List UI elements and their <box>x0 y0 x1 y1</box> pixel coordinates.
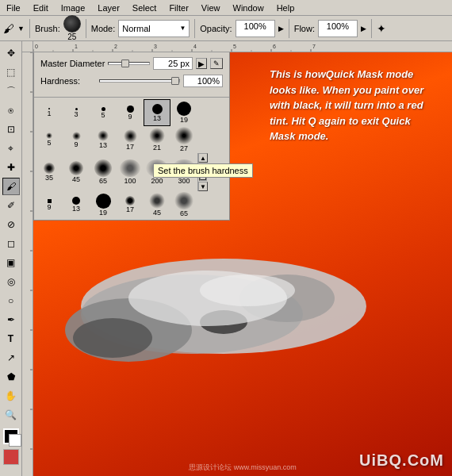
brush-cell-r17[interactable]: 17 <box>117 191 144 218</box>
airbrush-icon[interactable]: ✦ <box>377 22 386 35</box>
brush-row-4: 9 13 19 17 <box>36 191 228 218</box>
zoom-tool-btn[interactable]: 🔍 <box>2 406 20 424</box>
divider-3 <box>194 19 195 38</box>
scrollbar-down[interactable]: ▼ <box>198 182 208 191</box>
brush-cell-s27[interactable]: 27 <box>170 126 197 153</box>
mode-dropdown-arrow: ▼ <box>179 25 186 32</box>
pen-tool-btn[interactable]: ✒ <box>2 311 20 328</box>
svg-text:6: 6 <box>273 44 276 49</box>
blur-tool-btn[interactable]: ◎ <box>2 273 20 290</box>
background-color[interactable] <box>9 434 21 447</box>
brush-cell-13[interactable]: 13 <box>144 99 170 126</box>
brush-dot-s13 <box>98 130 109 141</box>
menu-window[interactable]: Window <box>227 2 270 14</box>
diameter-value[interactable]: 25 px <box>153 57 193 70</box>
brush-size-number: 25 <box>67 33 76 41</box>
brush-cell-r45[interactable]: 45 <box>144 191 170 218</box>
brush-cell-m45[interactable]: 45 <box>63 159 90 186</box>
image-canvas: Master Diameter 25 px ▶ ✎ Hardness: <box>33 52 452 476</box>
menu-file[interactable]: File <box>0 2 27 14</box>
path-tool-btn[interactable]: ↗ <box>2 349 20 367</box>
brush-num-r13: 13 <box>72 205 80 213</box>
shape-tool-btn[interactable]: ⬟ <box>2 368 20 386</box>
brush-num-s5: 5 <box>47 139 51 147</box>
eraser-tool-btn[interactable]: ◻ <box>2 235 20 252</box>
flow-arrow[interactable]: ▶ <box>361 25 366 33</box>
diameter-slider-thumb[interactable] <box>121 60 129 67</box>
watermark-sub: 思源设计论坛 www.missyuan.com <box>189 463 297 473</box>
menu-view[interactable]: View <box>195 2 227 14</box>
brush-cell-5[interactable]: 5 <box>90 99 117 126</box>
watermark: UiBQ.CoM <box>359 451 444 470</box>
eyedropper-tool-btn[interactable]: ⌖ <box>2 140 20 157</box>
menu-image[interactable]: Image <box>55 2 92 14</box>
diameter-slider[interactable] <box>108 62 150 65</box>
brush-cell-s5[interactable]: 5 <box>36 126 63 153</box>
quick-mask-text-box: This is howQuick Mask mode looks like. W… <box>262 60 444 151</box>
diameter-arrow-btn[interactable]: ▶ <box>196 58 207 69</box>
menu-filter[interactable]: Filter <box>163 2 194 14</box>
text-tool-btn[interactable]: T <box>2 330 20 347</box>
brush-cell-m35[interactable]: 35 <box>36 159 63 186</box>
brush-dot-s17 <box>124 129 137 143</box>
opacity-label: Opacity: <box>200 24 232 33</box>
brush-cell-3[interactable]: 3 <box>63 99 90 126</box>
clone-tool-btn[interactable]: ✐ <box>2 197 20 214</box>
mode-dropdown[interactable]: Normal ▼ <box>118 20 190 37</box>
crop-tool-btn[interactable]: ⊡ <box>2 121 20 138</box>
mode-label: Mode: <box>91 24 116 33</box>
brush-num-m35: 35 <box>45 174 53 182</box>
brush-cell-m100[interactable]: 100 <box>117 159 144 186</box>
lasso-tool-btn[interactable]: ⌒ <box>2 83 20 100</box>
brush-cell-r19[interactable]: 19 <box>90 191 117 218</box>
menu-edit[interactable]: Edit <box>27 2 55 14</box>
brush-dot-r13 <box>72 197 80 205</box>
menu-layer[interactable]: Layer <box>91 2 126 14</box>
brush-cell-9[interactable]: 9 <box>117 99 144 126</box>
brush-tool-btn[interactable]: 🖌 <box>2 178 20 195</box>
master-diameter-row: Master Diameter 25 px ▶ ✎ <box>40 57 223 70</box>
heal-tool-btn[interactable]: ✚ <box>2 159 20 176</box>
history-tool-btn[interactable]: ⊘ <box>2 216 20 233</box>
brush-cell-r65[interactable]: 65 <box>170 191 197 218</box>
flow-input[interactable]: 100% <box>318 20 358 37</box>
brush-num-s27: 27 <box>180 144 188 152</box>
dodge-tool-btn[interactable]: ○ <box>2 292 20 309</box>
diameter-edit-btn[interactable]: ✎ <box>210 58 223 69</box>
brush-num-r9: 9 <box>47 203 51 211</box>
brush-size-display[interactable]: 25 <box>63 15 81 41</box>
opacity-arrow[interactable]: ▶ <box>278 25 284 33</box>
divider-5 <box>371 19 372 38</box>
brush-cell-1[interactable]: 1 <box>36 99 63 126</box>
brush-cell-s21[interactable]: 21 <box>144 126 170 153</box>
brush-dot-r65 <box>174 192 194 209</box>
hardness-slider[interactable] <box>99 79 180 83</box>
gradient-tool-btn[interactable]: ▣ <box>2 254 20 271</box>
hand-tool-btn[interactable]: ✋ <box>2 387 20 405</box>
brush-dot-9 <box>127 106 134 113</box>
quick-mask-icon[interactable] <box>3 449 19 465</box>
ruler-vertical <box>22 52 33 476</box>
brush-cell-s13[interactable]: 13 <box>90 126 117 153</box>
brush-cell-19[interactable]: 19 <box>170 99 197 126</box>
svg-text:1: 1 <box>75 44 78 49</box>
foreground-color[interactable] <box>3 428 19 444</box>
hardness-slider-thumb[interactable] <box>171 77 179 85</box>
brush-cell-s17[interactable]: 17 <box>117 126 144 153</box>
brush-cell-s9[interactable]: 9 <box>63 126 90 153</box>
menu-help[interactable]: Help <box>270 2 301 14</box>
brush-cell-r13[interactable]: 13 <box>63 191 90 218</box>
divider-4 <box>289 19 289 38</box>
ash-object <box>49 227 436 444</box>
magic-wand-tool-btn[interactable]: ⍟ <box>2 102 20 119</box>
hardness-value[interactable]: 100% <box>183 75 223 87</box>
brush-dot-s5 <box>46 132 52 139</box>
scrollbar-up[interactable]: ▲ <box>198 153 208 163</box>
opacity-input[interactable]: 100% <box>236 20 275 37</box>
marquee-tool-btn[interactable]: ⬚ <box>2 63 20 81</box>
svg-text:4: 4 <box>193 44 197 49</box>
brush-cell-r9[interactable]: 9 <box>36 191 63 218</box>
brush-cell-m65[interactable]: 65 <box>90 159 117 186</box>
menu-select[interactable]: Select <box>126 2 163 14</box>
move-tool-btn[interactable]: ✥ <box>2 44 20 62</box>
